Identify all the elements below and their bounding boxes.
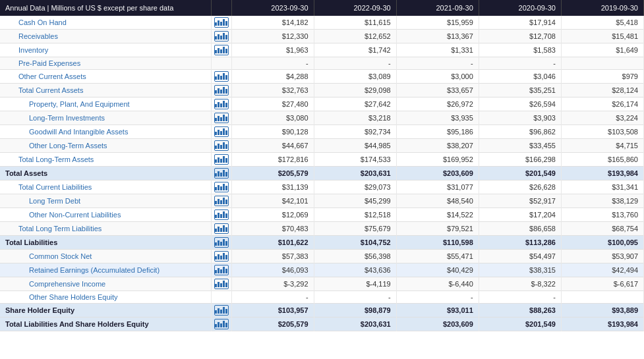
- cell-value: $113,286: [479, 236, 561, 250]
- cell-value: $88,263: [479, 304, 561, 318]
- cell-value: $174,533: [314, 153, 396, 167]
- chart-icon-button[interactable]: [214, 126, 229, 137]
- chart-icon-button[interactable]: [214, 113, 229, 123]
- chart-icon-cell[interactable]: [211, 208, 231, 222]
- row-label: Inventory: [0, 43, 211, 57]
- cell-value: $166,298: [479, 153, 561, 167]
- cell-value: $33,455: [479, 139, 561, 153]
- row-label: Share Holder Equity: [0, 304, 211, 318]
- cell-value: $55,471: [396, 250, 479, 263]
- cell-value: $3,218: [314, 111, 396, 125]
- cell-value: $14,182: [231, 16, 314, 30]
- chart-icon-cell[interactable]: [211, 97, 231, 111]
- cell-value: $3,224: [561, 111, 643, 125]
- chart-icon-cell[interactable]: [211, 180, 231, 194]
- chart-icon-button[interactable]: [214, 251, 229, 262]
- table-row: Other Long-Term Assets$44,667$44,985$38,…: [0, 139, 644, 153]
- table-row: Pre-Paid Expenses----: [0, 57, 644, 70]
- chart-icon-button[interactable]: [214, 168, 229, 179]
- chart-icon-button[interactable]: [214, 45, 229, 55]
- cell-value: $-4,119: [314, 277, 396, 291]
- cell-value: $12,330: [231, 30, 314, 43]
- chart-icon-button[interactable]: [214, 209, 229, 220]
- cell-value: -: [314, 57, 396, 70]
- chart-icon-cell[interactable]: [211, 125, 231, 139]
- row-label: Total Liabilities And Share Holders Equi…: [0, 318, 211, 331]
- chart-icon-cell[interactable]: [211, 263, 231, 277]
- cell-value: $3,046: [479, 70, 561, 84]
- cell-value: $1,963: [231, 43, 314, 57]
- cell-value: $93,011: [396, 304, 479, 318]
- chart-icon-button[interactable]: [214, 17, 229, 28]
- cell-value: $1,649: [561, 43, 643, 57]
- cell-value: $17,914: [479, 16, 561, 30]
- cell-value: $203,609: [396, 318, 479, 331]
- chart-icon-cell[interactable]: [211, 43, 231, 57]
- row-label: Comprehensive Income: [0, 277, 211, 291]
- table-row: Long Term Debt$42,101$45,299$48,540$52,9…: [0, 194, 644, 208]
- chart-icon-button[interactable]: [214, 71, 229, 82]
- chart-icon-cell[interactable]: [211, 318, 231, 331]
- chart-icon-button[interactable]: [214, 279, 229, 289]
- chart-icon-cell[interactable]: [211, 70, 231, 84]
- cell-value: $29,073: [314, 180, 396, 194]
- header-col-1: 2022-09-30: [314, 0, 396, 16]
- cell-value: $32,763: [231, 84, 314, 97]
- chart-icon-cell[interactable]: [211, 222, 231, 236]
- cell-value: $12,652: [314, 30, 396, 43]
- cell-value: $90,128: [231, 125, 314, 139]
- row-label: Total Current Liabilities: [0, 180, 211, 194]
- cell-value: $48,540: [396, 194, 479, 208]
- cell-value: $100,095: [561, 236, 643, 250]
- chart-icon-button[interactable]: [214, 99, 229, 109]
- cell-value: $79,521: [396, 222, 479, 236]
- cell-value: $92,734: [314, 125, 396, 139]
- chart-icon-cell[interactable]: [211, 304, 231, 318]
- cell-value: $17,204: [479, 208, 561, 222]
- cell-value: $13,760: [561, 208, 643, 222]
- cell-value: -: [231, 57, 314, 70]
- financial-table: Annual Data | Millions of US $ except pe…: [0, 0, 644, 331]
- chart-icon-cell[interactable]: [211, 84, 231, 97]
- chart-icon-button[interactable]: [214, 31, 229, 41]
- chart-icon-button[interactable]: [214, 265, 229, 275]
- chart-icon-button[interactable]: [214, 140, 229, 151]
- cell-value: $-6,617: [561, 277, 643, 291]
- chart-icon-button[interactable]: [214, 196, 229, 206]
- chart-icon-cell[interactable]: [211, 277, 231, 291]
- cell-value: -: [479, 291, 561, 304]
- cell-value: $3,903: [479, 111, 561, 125]
- cell-value: $203,609: [396, 167, 479, 180]
- cell-value: $26,594: [479, 97, 561, 111]
- chart-icon-cell[interactable]: [211, 139, 231, 153]
- row-label: Common Stock Net: [0, 250, 211, 263]
- cell-value: $26,972: [396, 97, 479, 111]
- chart-icon-cell[interactable]: [211, 250, 231, 263]
- chart-icon-button[interactable]: [214, 154, 229, 165]
- chart-icon-cell[interactable]: [211, 167, 231, 180]
- chart-icon-cell[interactable]: [211, 153, 231, 167]
- chart-icon-button[interactable]: [214, 182, 229, 192]
- cell-value: $-3,292: [231, 277, 314, 291]
- table-header: Annual Data | Millions of US $ except pe…: [0, 0, 644, 16]
- row-label: Total Liabilities: [0, 236, 211, 250]
- chart-icon-button[interactable]: [214, 305, 229, 316]
- cell-value: $68,754: [561, 222, 643, 236]
- chart-icon-cell[interactable]: [211, 111, 231, 125]
- chart-icon-cell[interactable]: [211, 194, 231, 208]
- cell-value: $1,742: [314, 43, 396, 57]
- chart-icon-button[interactable]: [214, 223, 229, 234]
- cell-value: $11,615: [314, 16, 396, 30]
- table-row: Cash On Hand$14,182$11,615$15,959$17,914…: [0, 16, 644, 30]
- table-row: Inventory$1,963$1,742$1,331$1,583$1,649: [0, 43, 644, 57]
- chart-icon-button[interactable]: [214, 237, 229, 248]
- chart-icon-cell[interactable]: [211, 236, 231, 250]
- cell-value: [561, 57, 643, 70]
- chart-icon-button[interactable]: [214, 85, 229, 96]
- chart-icon-cell[interactable]: [211, 30, 231, 43]
- cell-value: $165,860: [561, 153, 643, 167]
- chart-icon-button[interactable]: [214, 319, 229, 329]
- row-label: Other Long-Term Assets: [0, 139, 211, 153]
- chart-icon-cell[interactable]: [211, 16, 231, 30]
- table-row: Retained Earnings (Accumulated Deficit)$…: [0, 263, 644, 277]
